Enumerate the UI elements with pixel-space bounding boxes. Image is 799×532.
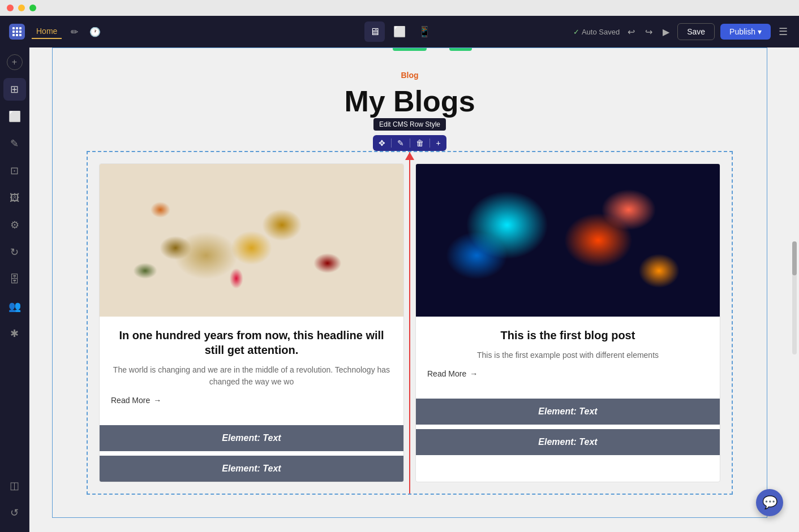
cms-toolbar-divider-2	[410, 139, 410, 148]
tablet-device-btn[interactable]: ⬜	[389, 21, 410, 42]
app-logo[interactable]	[9, 24, 25, 40]
sidebar-item-bottom2[interactable]: ↺	[3, 501, 26, 524]
cms-toolbar: ✥ ✎ 🗑 +	[373, 135, 446, 151]
sidebar-item-image[interactable]: 🖼	[3, 187, 26, 209]
sidebar-item-draw[interactable]: ✎	[3, 132, 26, 155]
traffic-light-green[interactable]	[29, 5, 36, 11]
blog-card-2-read-more[interactable]: Read More →	[427, 369, 708, 378]
sidebar-item-grid[interactable]: ⊞	[3, 78, 26, 101]
read-more-arrow-2: →	[470, 369, 478, 378]
right-scrollbar-panel	[790, 47, 799, 532]
cms-row-section: ✥ ✎ 🗑 + Edit CMS Row Style	[87, 135, 733, 151]
blog-card-2-excerpt: This is the first example post with diff…	[427, 349, 708, 361]
blog-section: Blog My Blogs ✥ ✎ 🗑 + Edit CMS Row Style	[53, 48, 767, 517]
edit-icon[interactable]: ✏	[68, 24, 80, 40]
read-more-arrow-1: →	[153, 396, 161, 405]
sidebar-item-table[interactable]: ⊡	[3, 159, 26, 182]
sidebar-item-bottom1[interactable]: ◫	[3, 474, 26, 497]
cms-edit-icon[interactable]: ✎	[396, 137, 405, 149]
blog-card-1-image	[100, 164, 403, 317]
blog-card-1-element-1: Element: Text	[100, 425, 403, 451]
publish-button[interactable]: Publish ▾	[720, 24, 771, 40]
canvas-area[interactable]: Blog My Blogs ✥ ✎ 🗑 + Edit CMS Row Style	[29, 47, 790, 532]
hamburger-menu-icon[interactable]: ☰	[776, 23, 790, 40]
sidebar-item-database[interactable]: 🗄	[3, 268, 26, 291]
arrow-head	[405, 152, 414, 160]
sidebar-item-plugins[interactable]: ✱	[3, 322, 26, 345]
blog-card-1: In one hundred years from now, this head…	[99, 163, 404, 482]
blog-card-2-element-2: Element: Text	[416, 429, 720, 455]
check-icon: ✓	[573, 28, 579, 36]
save-button[interactable]: Save	[677, 23, 715, 40]
blog-card-1-read-more[interactable]: Read More →	[111, 396, 392, 405]
sidebar-item-users[interactable]: 👥	[3, 295, 26, 318]
cms-tooltip: Edit CMS Row Style	[373, 118, 446, 131]
sidebar-add-button[interactable]: +	[7, 54, 23, 70]
home-tab[interactable]: Home	[32, 24, 62, 39]
cms-toolbar-divider-1	[391, 139, 392, 148]
cms-toolbar-divider-3	[429, 139, 430, 148]
blog-card-1-title: In one hundred years from now, this head…	[111, 328, 392, 357]
page-canvas: Blog My Blogs ✥ ✎ 🗑 + Edit CMS Row Style	[52, 47, 767, 518]
scrollbar-thumb[interactable]	[792, 241, 797, 275]
sidebar-item-pages[interactable]: ⬜	[3, 105, 26, 128]
redo-button[interactable]: ↪	[643, 24, 655, 40]
chat-icon: 💬	[762, 495, 777, 510]
title-bar	[0, 0, 799, 16]
auto-saved-status: ✓ Auto Saved	[573, 28, 620, 36]
blog-card-2-title: This is the first blog post	[427, 328, 708, 343]
left-sidebar: + ⊞ ⬜ ✎ ⊡ 🖼 ⚙ ↻ 🗄 👥 ✱ ◫ ↺	[0, 47, 29, 532]
cms-move-icon[interactable]: ✥	[377, 137, 386, 149]
blog-card-2-image	[416, 164, 720, 317]
blog-card-1-element-2: Element: Text	[100, 456, 403, 482]
history-icon[interactable]: 🕐	[87, 24, 103, 40]
sidebar-item-loop[interactable]: ↻	[3, 241, 26, 263]
traffic-light-red[interactable]	[7, 5, 14, 11]
cms-delete-icon[interactable]: 🗑	[415, 137, 425, 149]
blog-card-1-excerpt: The world is changing and we are in the …	[111, 364, 392, 388]
blog-section-label: Blog	[87, 71, 733, 80]
blog-card-2: This is the first blog post This is the …	[415, 163, 720, 482]
chat-button[interactable]: 💬	[756, 489, 783, 516]
red-arrow-divider	[409, 152, 410, 494]
top-bar: Home ✏ 🕐 🖥 ⬜ 📱 ✓ Auto Saved ↩ ↪ ▶ Save P…	[0, 16, 799, 47]
mobile-device-btn[interactable]: 📱	[414, 21, 435, 42]
top-bar-right: ✓ Auto Saved ↩ ↪ ▶ Save Publish ▾ ☰	[573, 23, 790, 40]
traffic-light-yellow[interactable]	[18, 5, 25, 11]
grid-dots	[12, 27, 22, 36]
blog-card-1-body: In one hundred years from now, this head…	[100, 317, 403, 425]
blog-card-2-element-1: Element: Text	[416, 399, 720, 425]
scrollbar-track[interactable]	[792, 241, 797, 354]
undo-button[interactable]: ↩	[625, 24, 637, 40]
main-layout: + ⊞ ⬜ ✎ ⊡ 🖼 ⚙ ↻ 🗄 👥 ✱ ◫ ↺ Blog My Blogs …	[0, 47, 799, 532]
top-bar-left: Home ✏ 🕐	[9, 24, 566, 40]
publish-dropdown-icon[interactable]: ▾	[758, 27, 762, 36]
cms-add-icon[interactable]: +	[435, 137, 441, 149]
publish-label: Publish	[729, 27, 755, 36]
device-switcher: 🖥 ⬜ 📱	[364, 21, 435, 42]
preview-button[interactable]: ▶	[660, 24, 672, 40]
desktop-device-btn[interactable]: 🖥	[364, 21, 385, 42]
blog-grid: In one hundred years from now, this head…	[87, 151, 733, 495]
sidebar-item-settings[interactable]: ⚙	[3, 214, 26, 236]
blog-card-2-body: This is the first blog post This is the …	[416, 317, 720, 399]
blog-section-title: My Blogs	[87, 84, 733, 118]
